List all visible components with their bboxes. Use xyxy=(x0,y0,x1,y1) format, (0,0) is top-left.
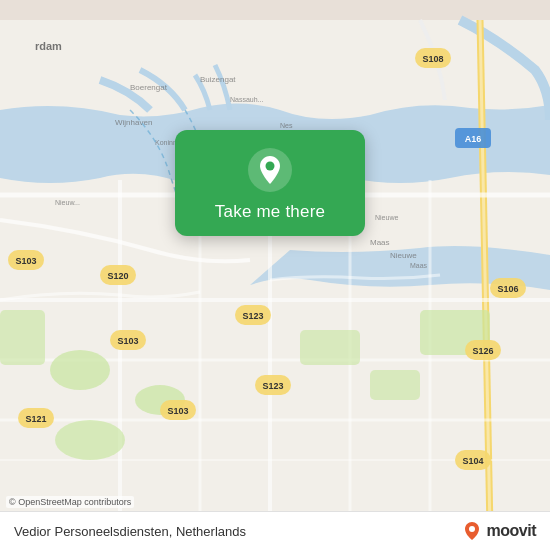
location-pin-icon xyxy=(248,148,292,192)
map-background: S103 S103 S103 S120 S106 S108 S121 S123 … xyxy=(0,0,550,550)
svg-rect-14 xyxy=(370,370,420,400)
svg-text:Wijnhaven: Wijnhaven xyxy=(115,118,152,127)
svg-text:S120: S120 xyxy=(107,271,128,281)
svg-text:S103: S103 xyxy=(167,406,188,416)
svg-text:Nassauh...: Nassauh... xyxy=(230,96,264,103)
moovit-pin-icon xyxy=(461,520,483,542)
svg-point-11 xyxy=(50,350,110,390)
svg-point-16 xyxy=(55,420,125,460)
svg-text:Nieuwe: Nieuwe xyxy=(390,251,417,260)
svg-text:A16: A16 xyxy=(465,134,482,144)
svg-text:S121: S121 xyxy=(25,414,46,424)
moovit-logo: moovit xyxy=(461,520,536,542)
svg-text:rdam: rdam xyxy=(35,40,62,52)
svg-text:Maas: Maas xyxy=(370,238,390,247)
take-me-there-button[interactable]: Take me there xyxy=(215,202,325,222)
map-container: S103 S103 S103 S120 S106 S108 S121 S123 … xyxy=(0,0,550,550)
svg-text:S104: S104 xyxy=(462,456,483,466)
svg-rect-13 xyxy=(300,330,360,365)
svg-text:S106: S106 xyxy=(497,284,518,294)
svg-text:Nes: Nes xyxy=(280,122,293,129)
svg-point-56 xyxy=(469,526,475,532)
svg-text:S103: S103 xyxy=(117,336,138,346)
svg-text:S108: S108 xyxy=(422,54,443,64)
svg-text:Nieuwe: Nieuwe xyxy=(375,214,398,221)
svg-text:Nieuw...: Nieuw... xyxy=(55,199,80,206)
svg-text:S123: S123 xyxy=(242,311,263,321)
location-text: Vedior Personeelsdiensten, Netherlands xyxy=(14,524,246,539)
svg-point-55 xyxy=(266,162,275,171)
bottom-bar: Vedior Personeelsdiensten, Netherlands m… xyxy=(0,511,550,550)
svg-rect-17 xyxy=(0,310,45,365)
svg-text:Boerengat: Boerengat xyxy=(130,83,168,92)
osm-attribution: © OpenStreetMap contributors xyxy=(6,496,134,508)
svg-text:S103: S103 xyxy=(15,256,36,266)
svg-text:Maas: Maas xyxy=(410,262,428,269)
popup[interactable]: Take me there xyxy=(175,130,365,236)
moovit-wordmark: moovit xyxy=(487,522,536,540)
svg-text:S123: S123 xyxy=(262,381,283,391)
svg-text:Buizengat: Buizengat xyxy=(200,75,236,84)
svg-text:S126: S126 xyxy=(472,346,493,356)
